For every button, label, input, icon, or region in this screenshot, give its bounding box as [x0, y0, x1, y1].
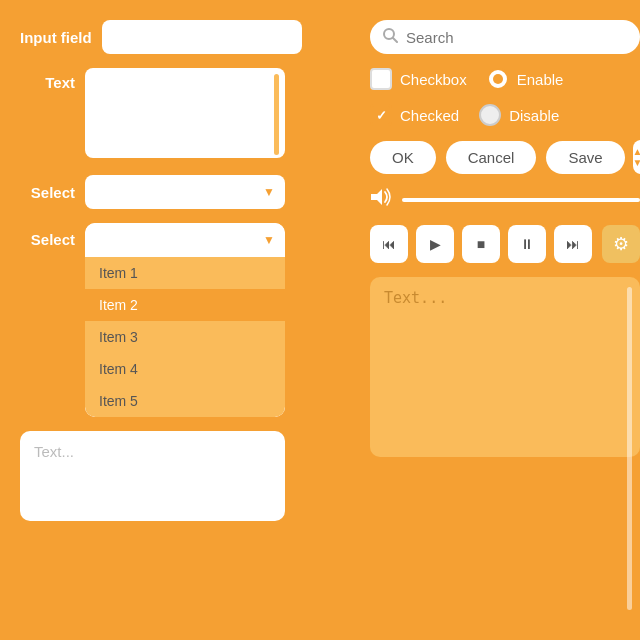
fast-forward-button[interactable]: ⏭	[554, 225, 592, 263]
select-row-2: Select Item 1 Item 2 Item 3 Item 4 Item …	[20, 223, 340, 417]
enable-item: Enable	[487, 68, 564, 90]
input-field-label: Input field	[20, 29, 92, 46]
checked-label: Checked	[400, 107, 459, 124]
select-1[interactable]: Item 1 Item 2	[85, 175, 285, 209]
dropdown-item-3[interactable]: Item 3	[85, 321, 285, 353]
spinner-down-arrow[interactable]: ▼	[633, 158, 640, 168]
dropdown-item-2[interactable]: Item 2	[85, 289, 285, 321]
enable-radio[interactable]	[487, 68, 509, 90]
spinner-arrows[interactable]: ▲ ▼	[633, 147, 640, 168]
text-preview-placeholder: Text...	[34, 443, 74, 460]
text-area-row: Text	[20, 68, 340, 161]
checkbox-label: Checkbox	[400, 71, 467, 88]
media-controls-row: ⏮ ▶ ■ ⏸ ⏭ ⚙	[370, 225, 640, 263]
cancel-button[interactable]: Cancel	[446, 141, 537, 174]
volume-icon	[370, 188, 392, 211]
buttons-row: OK Cancel Save	[370, 141, 625, 174]
checkbox-enable-row: Checkbox Enable	[370, 68, 640, 90]
select-label-2: Select	[20, 231, 75, 248]
search-bar[interactable]	[370, 20, 640, 54]
input-field-row: Input field	[20, 20, 340, 54]
ok-button[interactable]: OK	[370, 141, 436, 174]
enable-label: Enable	[517, 71, 564, 88]
textarea-scrollbar	[274, 74, 279, 155]
disable-radio[interactable]	[479, 104, 501, 126]
select-label-1: Select	[20, 184, 75, 201]
text-preview: Text...	[20, 431, 285, 521]
disable-item: Disable	[479, 104, 559, 126]
text-area[interactable]	[85, 68, 285, 158]
checkbox[interactable]	[370, 68, 392, 90]
dropdown-item-4[interactable]: Item 4	[85, 353, 285, 385]
dropdown-items: Item 1 Item 2 Item 3 Item 4 Item 5	[85, 257, 285, 417]
select-row-1: Select Item 1 Item 2	[20, 175, 340, 209]
gear-button[interactable]: ⚙	[602, 225, 640, 263]
rewind-button[interactable]: ⏮	[370, 225, 408, 263]
checkbox-item: Checkbox	[370, 68, 467, 90]
dropdown-header[interactable]	[85, 223, 285, 257]
disable-label: Disable	[509, 107, 559, 124]
input-field[interactable]	[102, 20, 302, 54]
right-textarea-wrapper	[370, 277, 640, 620]
text-area-label: Text	[20, 74, 75, 91]
play-button[interactable]: ▶	[416, 225, 454, 263]
volume-row	[370, 188, 640, 211]
spinner-box[interactable]: ▲ ▼	[633, 140, 640, 174]
right-textarea[interactable]	[370, 277, 640, 457]
select-wrapper-1[interactable]: Item 1 Item 2	[85, 175, 285, 209]
search-icon	[382, 27, 398, 47]
svg-line-1	[393, 38, 397, 42]
save-button[interactable]: Save	[546, 141, 624, 174]
spinner-up-arrow[interactable]: ▲	[633, 147, 640, 157]
search-input[interactable]	[406, 29, 628, 46]
checked-checkbox[interactable]	[370, 104, 392, 126]
checked-disable-row: Checked Disable	[370, 104, 640, 126]
svg-marker-2	[371, 189, 382, 205]
dropdown-item-5[interactable]: Item 5	[85, 385, 285, 417]
dropdown-open[interactable]: Item 1 Item 2 Item 3 Item 4 Item 5	[85, 223, 285, 417]
pause-button[interactable]: ⏸	[508, 225, 546, 263]
dropdown-item-1[interactable]: Item 1	[85, 257, 285, 289]
right-textarea-scrollbar	[627, 287, 632, 610]
stop-button[interactable]: ■	[462, 225, 500, 263]
checked-item: Checked	[370, 104, 459, 126]
volume-slider[interactable]	[402, 198, 640, 202]
